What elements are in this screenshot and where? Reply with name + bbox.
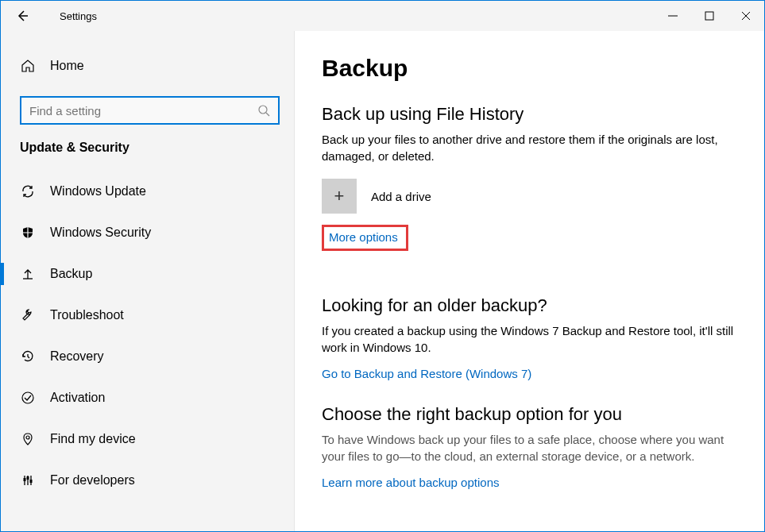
close-button[interactable] xyxy=(728,1,764,31)
svg-rect-6 xyxy=(30,480,33,483)
home-icon xyxy=(20,58,36,74)
sidebar-item-label: Windows Update xyxy=(50,184,146,199)
sidebar-home[interactable]: Home xyxy=(1,47,294,85)
back-arrow-icon xyxy=(15,9,29,23)
close-icon xyxy=(741,11,751,21)
sidebar-category-label: Update & Security xyxy=(1,141,294,171)
sidebar-item-label: Activation xyxy=(50,391,105,405)
plus-icon: + xyxy=(334,186,345,206)
choose-option-desc: To have Windows back up your files to a … xyxy=(322,431,735,465)
sidebar-item-label: Find my device xyxy=(50,432,136,446)
sidebar-item-troubleshoot[interactable]: Troubleshoot xyxy=(1,295,294,336)
sidebar-item-backup[interactable]: Backup xyxy=(1,253,294,295)
main-area: Home Update & Security Windows Update Wi… xyxy=(1,31,764,531)
sidebar: Home Update & Security Windows Update Wi… xyxy=(1,31,295,531)
file-history-desc: Back up your files to another drive and … xyxy=(322,131,735,164)
minimize-icon xyxy=(668,11,678,21)
file-history-heading: Back up using File History xyxy=(322,104,737,125)
location-icon xyxy=(20,431,36,447)
content-panel: Backup Back up using File History Back u… xyxy=(295,31,764,531)
sidebar-item-windows-update[interactable]: Windows Update xyxy=(1,171,294,212)
svg-point-3 xyxy=(26,436,29,439)
window-controls xyxy=(655,1,764,31)
history-icon xyxy=(20,349,36,364)
shield-icon xyxy=(20,225,36,241)
learn-more-link[interactable]: Learn more about backup options xyxy=(322,476,737,489)
search-input[interactable] xyxy=(29,104,257,118)
sidebar-item-label: For developers xyxy=(50,473,135,488)
check-circle-icon xyxy=(20,390,36,406)
sidebar-item-label: Windows Security xyxy=(50,226,151,240)
sidebar-item-windows-security[interactable]: Windows Security xyxy=(1,212,294,253)
sync-icon xyxy=(20,183,36,199)
svg-point-1 xyxy=(259,106,267,114)
page-title: Backup xyxy=(322,55,737,82)
maximize-icon xyxy=(705,11,714,21)
backup-icon xyxy=(20,266,36,282)
sidebar-item-label: Backup xyxy=(50,267,92,281)
choose-option-heading: Choose the right backup option for you xyxy=(322,404,737,425)
add-drive-row: + Add a drive xyxy=(322,179,737,214)
svg-rect-0 xyxy=(705,12,713,20)
svg-rect-4 xyxy=(24,478,26,481)
add-drive-button[interactable]: + xyxy=(322,179,357,214)
more-options-highlight: More options xyxy=(322,225,408,251)
back-button[interactable] xyxy=(15,9,37,23)
add-drive-label: Add a drive xyxy=(371,190,431,203)
window-title: Settings xyxy=(60,10,97,22)
svg-rect-5 xyxy=(27,476,29,480)
wrench-icon xyxy=(20,307,36,323)
sidebar-item-recovery[interactable]: Recovery xyxy=(1,336,294,377)
backup-restore-link[interactable]: Go to Backup and Restore (Windows 7) xyxy=(322,367,737,380)
sidebar-item-for-developers[interactable]: For developers xyxy=(1,460,294,501)
maximize-button[interactable] xyxy=(691,1,728,31)
svg-point-2 xyxy=(22,392,33,403)
sidebar-item-label: Recovery xyxy=(50,349,104,364)
titlebar: Settings xyxy=(1,1,764,31)
more-options-link[interactable]: More options xyxy=(329,230,398,244)
older-backup-heading: Looking for an older backup? xyxy=(322,295,737,316)
older-backup-section: Looking for an older backup? If you crea… xyxy=(322,295,737,380)
choose-option-section: Choose the right backup option for you T… xyxy=(322,404,737,489)
search-box[interactable] xyxy=(20,96,280,125)
sidebar-item-activation[interactable]: Activation xyxy=(1,377,294,418)
search-icon xyxy=(257,104,270,117)
sidebar-home-label: Home xyxy=(50,59,84,73)
minimize-button[interactable] xyxy=(655,1,691,31)
sidebar-item-label: Troubleshoot xyxy=(50,308,124,322)
older-backup-desc: If you created a backup using the Window… xyxy=(322,322,735,356)
tools-icon xyxy=(20,472,36,488)
sidebar-item-find-my-device[interactable]: Find my device xyxy=(1,418,294,460)
